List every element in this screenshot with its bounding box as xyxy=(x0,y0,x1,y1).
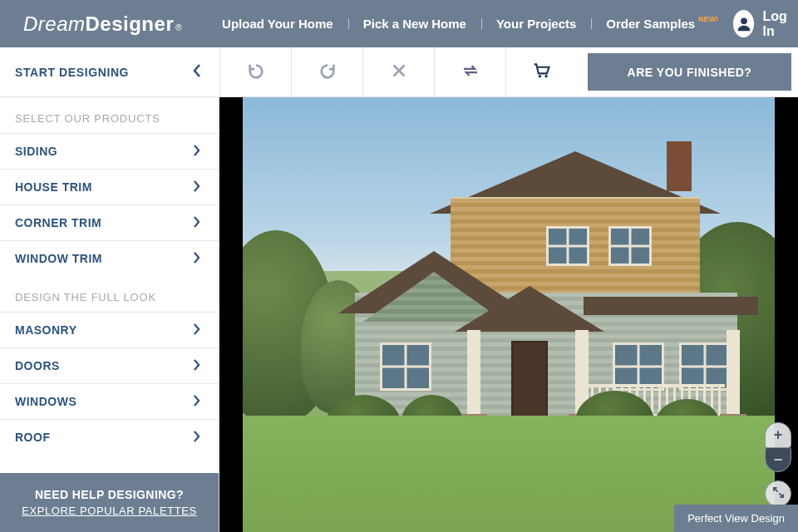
redo-button[interactable] xyxy=(291,47,362,96)
logo[interactable]: DreamDesigner® xyxy=(23,12,182,36)
chevron-right-icon xyxy=(193,180,200,195)
close-icon xyxy=(390,62,408,83)
logo-part1: Dream xyxy=(23,12,86,36)
start-designing-button[interactable]: START DESIGNING xyxy=(0,47,219,96)
window-graphic xyxy=(608,226,652,266)
main-nav: Upload Your Home Pick a New Home Your Pr… xyxy=(207,17,733,31)
help-palettes-link[interactable]: EXPLORE POPULAR PALETTES xyxy=(8,505,210,517)
chevron-right-icon xyxy=(193,395,200,409)
svg-point-0 xyxy=(741,17,747,24)
undo-icon xyxy=(247,62,265,83)
chevron-right-icon xyxy=(193,359,200,373)
toolbar: START DESIGNING xyxy=(0,47,798,97)
user-icon xyxy=(733,10,754,37)
swap-button[interactable] xyxy=(434,47,505,96)
sidebar-item-label: WINDOWS xyxy=(15,395,76,408)
sidebar-item-label: MASONRY xyxy=(15,323,77,337)
help-question: NEED HELP DESIGNING? xyxy=(8,488,210,501)
svg-point-1 xyxy=(538,75,540,77)
chimney-graphic xyxy=(667,141,692,191)
door-graphic xyxy=(511,341,548,417)
redo-icon xyxy=(318,62,337,83)
chevron-right-icon xyxy=(193,216,200,230)
login-label: Log In xyxy=(762,9,793,39)
sidebar-item-label: ROOF xyxy=(15,431,50,444)
cart-button[interactable] xyxy=(505,47,577,96)
nav-pick-home[interactable]: Pick a New Home xyxy=(348,17,481,31)
sidebar-item-doors[interactable]: DOORS xyxy=(0,347,219,383)
window-graphic xyxy=(546,226,589,266)
tool-buttons xyxy=(219,47,577,96)
zoom-in-button[interactable]: + xyxy=(765,422,791,447)
body: SELECT OUR PRODUCTS SIDING HOUSE TRIM CO… xyxy=(0,97,798,532)
sidebar-item-house-trim[interactable]: HOUSE TRIM xyxy=(0,169,219,204)
zoom-out-button[interactable]: − xyxy=(765,447,791,472)
svg-point-2 xyxy=(544,75,547,77)
cart-icon xyxy=(533,62,551,83)
zoom-controls: + − xyxy=(765,422,791,472)
perfect-view-button[interactable]: Perfect View Design xyxy=(674,505,798,532)
window-graphic xyxy=(380,342,431,391)
finish-button[interactable]: ARE YOU FINISHED? xyxy=(588,53,791,91)
chevron-left-icon xyxy=(193,64,201,80)
house-scene xyxy=(243,97,775,532)
section-title-products: SELECT OUR PRODUCTS xyxy=(0,97,219,133)
house-graphic xyxy=(309,151,725,426)
design-canvas[interactable]: + − Perfect View Design xyxy=(219,97,798,532)
section-title-full-look: DESIGN THE FULL LOOK xyxy=(0,276,219,312)
logo-reg: ® xyxy=(175,23,182,32)
nav-your-projects[interactable]: Your Projects xyxy=(481,17,591,31)
undo-button[interactable] xyxy=(219,47,291,96)
new-badge: NEW! xyxy=(698,15,718,23)
start-designing-label: START DESIGNING xyxy=(15,66,129,79)
nav-order-samples[interactable]: Order SamplesNEW! xyxy=(591,17,733,31)
main-header: DreamDesigner® Upload Your Home Pick a N… xyxy=(0,0,798,47)
sidebar-item-windows[interactable]: WINDOWS xyxy=(0,383,219,419)
swap-icon xyxy=(461,62,480,83)
sidebar-item-label: DOORS xyxy=(15,359,60,372)
roof-band-graphic xyxy=(584,297,758,315)
sidebar-item-roof[interactable]: ROOF xyxy=(0,419,219,455)
pillar-graphic xyxy=(467,330,480,417)
help-box: NEED HELP DESIGNING? EXPLORE POPULAR PAL… xyxy=(0,473,219,532)
chevron-right-icon xyxy=(193,431,200,445)
nav-order-samples-label: Order Samples xyxy=(606,17,695,31)
sidebar-item-masonry[interactable]: MASONRY xyxy=(0,312,219,347)
sidebar-item-label: SIDING xyxy=(15,145,57,158)
sidebar-item-label: CORNER TRIM xyxy=(15,216,101,229)
logo-part2: Designer xyxy=(86,12,175,36)
sidebar: SELECT OUR PRODUCTS SIDING HOUSE TRIM CO… xyxy=(0,97,219,532)
chevron-right-icon xyxy=(193,252,200,266)
sidebar-item-siding[interactable]: SIDING xyxy=(0,133,219,169)
nav-upload-home[interactable]: Upload Your Home xyxy=(207,17,348,31)
chevron-right-icon xyxy=(193,145,200,159)
sidebar-item-corner-trim[interactable]: CORNER TRIM xyxy=(0,204,219,240)
expand-icon xyxy=(772,486,785,502)
close-button[interactable] xyxy=(362,47,434,96)
login-button[interactable]: Log In xyxy=(733,9,793,39)
sidebar-item-label: HOUSE TRIM xyxy=(15,180,92,194)
sidebar-item-label: WINDOW TRIM xyxy=(15,252,102,265)
sidebar-item-window-trim[interactable]: WINDOW TRIM xyxy=(0,240,219,276)
chevron-right-icon xyxy=(193,323,200,337)
pillar-graphic xyxy=(727,330,740,417)
expand-button[interactable] xyxy=(765,480,791,507)
